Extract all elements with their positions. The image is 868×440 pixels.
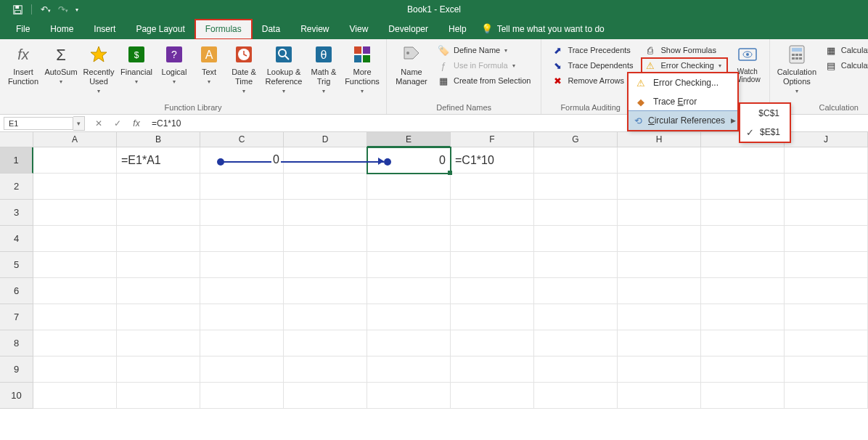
cell[interactable] [200, 252, 284, 278]
col-header-g[interactable]: G [534, 132, 618, 147]
row-header-8[interactable]: 8 [0, 330, 33, 357]
cell[interactable] [284, 200, 367, 226]
cell[interactable] [33, 383, 117, 409]
cell[interactable] [117, 278, 200, 304]
cell[interactable] [785, 304, 868, 330]
cell[interactable] [701, 278, 785, 304]
tab-file[interactable]: File [6, 20, 40, 39]
cell[interactable] [618, 330, 701, 357]
cell-h1[interactable] [618, 147, 701, 174]
cell[interactable] [451, 330, 534, 357]
tab-page-layout[interactable]: Page Layout [126, 20, 195, 39]
qat-customize-icon[interactable]: ▾ [75, 7, 78, 13]
cell[interactable] [117, 226, 200, 252]
cell[interactable] [367, 278, 451, 304]
name-box[interactable]: E1 [4, 117, 73, 130]
row-header-1[interactable]: 1 [0, 147, 33, 174]
cell[interactable] [117, 304, 200, 330]
cell[interactable] [701, 174, 785, 200]
cell[interactable] [701, 304, 785, 330]
cell[interactable] [284, 357, 367, 383]
define-name-button[interactable]: 🏷️Define Name ▾ [435, 43, 533, 57]
cell[interactable] [367, 200, 451, 226]
cell[interactable] [534, 252, 618, 278]
cell[interactable] [785, 330, 868, 357]
cell[interactable] [534, 226, 618, 252]
error-checking-button[interactable]: ⚠Error Checking ▾ [642, 58, 726, 73]
cell-c1[interactable]: 0 [200, 147, 284, 174]
cell[interactable] [200, 383, 284, 409]
cell[interactable] [785, 252, 868, 278]
cell[interactable] [200, 357, 284, 383]
remove-arrows-button[interactable]: ✖Remove Arrows ▾ [549, 73, 636, 88]
col-header-h[interactable]: H [618, 132, 701, 147]
recently-used-button[interactable]: Recently Used ▾ [80, 41, 118, 97]
cell[interactable] [534, 357, 618, 383]
cell[interactable] [33, 357, 117, 383]
more-functions-button[interactable]: More Functions ▾ [343, 41, 382, 97]
name-manager-button[interactable]: Name Manager [391, 41, 432, 88]
cell[interactable] [701, 383, 785, 409]
row-header-10[interactable]: 10 [0, 383, 33, 409]
circular-ref-c1[interactable]: $C$1 [740, 104, 790, 123]
cell[interactable] [33, 226, 117, 252]
tab-review[interactable]: Review [290, 20, 339, 39]
math-trig-button[interactable]: θ Math & Trig ▾ [305, 41, 343, 97]
col-header-e[interactable]: E [367, 132, 451, 147]
cell-a1[interactable] [33, 147, 117, 174]
cell[interactable] [451, 357, 534, 383]
col-header-c[interactable]: C [200, 132, 284, 147]
cell-f1[interactable]: =C1*10 [451, 147, 534, 174]
redo-icon[interactable]: ↷▾ [58, 4, 68, 15]
cell[interactable] [618, 226, 701, 252]
tab-formulas[interactable]: Formulas [195, 20, 252, 39]
row-header-6[interactable]: 6 [0, 278, 33, 304]
cell-j1[interactable] [785, 147, 868, 174]
cell[interactable] [117, 174, 200, 200]
cell[interactable] [618, 357, 701, 383]
trace-precedents-button[interactable]: ⬈Trace Precedents [549, 43, 636, 57]
lookup-reference-button[interactable]: Lookup & Reference ▾ [263, 41, 305, 97]
col-header-d[interactable]: D [284, 132, 367, 147]
cell-d1[interactable] [284, 147, 367, 174]
tab-insert[interactable]: Insert [83, 20, 126, 39]
cell-e1[interactable]: 0 [367, 147, 451, 174]
logical-button[interactable]: ? Logical ▾ [155, 41, 193, 88]
cell[interactable] [284, 226, 367, 252]
cell[interactable] [33, 252, 117, 278]
col-header-b[interactable]: B [117, 132, 200, 147]
cell-i1[interactable] [701, 147, 785, 174]
cell[interactable] [33, 200, 117, 226]
cell[interactable] [284, 252, 367, 278]
menu-circular-references[interactable]: ⟲ Circular References ▶ [629, 111, 737, 130]
autosum-button[interactable]: Σ AutoSum ▾ [42, 41, 80, 88]
cell[interactable] [785, 278, 868, 304]
cell[interactable] [451, 304, 534, 330]
tab-developer[interactable]: Developer [378, 20, 438, 39]
cell[interactable] [785, 226, 868, 252]
cell[interactable] [367, 330, 451, 357]
calculate-sheet-button[interactable]: ▤Calculate Sheet [822, 58, 868, 73]
tab-view[interactable]: View [340, 20, 379, 39]
cell[interactable] [117, 357, 200, 383]
cell[interactable] [284, 174, 367, 200]
cell[interactable] [618, 200, 701, 226]
cell[interactable] [618, 383, 701, 409]
tab-data[interactable]: Data [252, 20, 290, 39]
cell[interactable] [785, 200, 868, 226]
cell[interactable] [451, 383, 534, 409]
cell[interactable] [33, 304, 117, 330]
cell[interactable] [367, 357, 451, 383]
menu-trace-error[interactable]: ◆ Trace Error [629, 92, 737, 111]
cell[interactable] [117, 252, 200, 278]
cell[interactable] [200, 278, 284, 304]
save-icon[interactable] [13, 5, 22, 15]
calculate-now-button[interactable]: ▦Calculate Now [822, 43, 868, 57]
cell[interactable] [200, 330, 284, 357]
cell[interactable] [701, 330, 785, 357]
cancel-icon[interactable]: ✕ [89, 118, 108, 129]
cell[interactable] [534, 174, 618, 200]
cell[interactable] [367, 226, 451, 252]
cell[interactable] [701, 200, 785, 226]
cell[interactable] [701, 252, 785, 278]
